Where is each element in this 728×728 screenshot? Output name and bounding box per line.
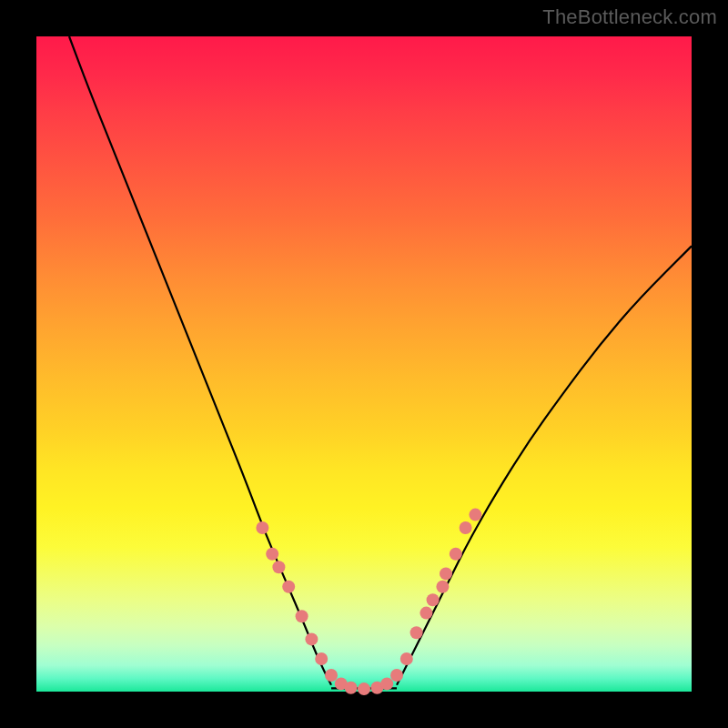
data-dot (256, 521, 268, 534)
data-dot (427, 593, 440, 606)
data-dot (358, 682, 370, 695)
data-dot (460, 521, 472, 534)
dots-group (256, 509, 481, 696)
data-dot (450, 548, 462, 561)
data-dot (266, 548, 278, 561)
right-curve-path (397, 246, 692, 684)
data-dot (436, 581, 449, 593)
data-dot (345, 682, 358, 694)
data-dot (325, 669, 338, 682)
data-dot (390, 669, 403, 682)
chart-frame: TheBottleneck.com (0, 0, 728, 728)
data-dot (380, 677, 393, 690)
data-dot (315, 652, 328, 665)
data-dot (440, 567, 452, 580)
data-dot (410, 626, 423, 639)
data-dot (469, 509, 481, 521)
data-dot (400, 652, 413, 665)
plot-area (36, 36, 692, 692)
data-dot (272, 561, 285, 573)
data-dot (282, 581, 295, 593)
curve-svg (36, 36, 692, 692)
watermark-text: TheBottleneck.com (542, 5, 717, 29)
data-dot (305, 632, 318, 645)
data-dot (420, 607, 432, 620)
data-dot (296, 610, 308, 622)
